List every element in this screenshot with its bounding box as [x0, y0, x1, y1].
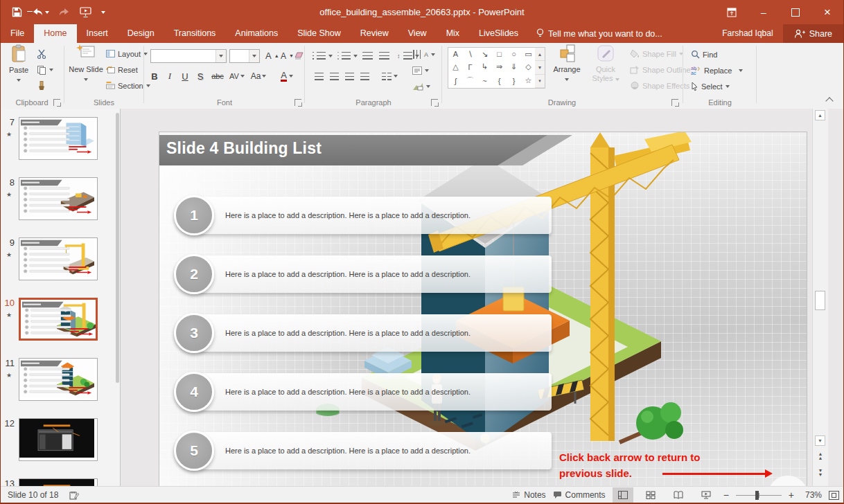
shape-glyph[interactable]: {: [492, 73, 507, 88]
slide-thumbnail-7[interactable]: 7 ★: [1, 117, 120, 165]
tell-me-box[interactable]: Tell me what you want to do...: [528, 24, 671, 43]
shape-glyph[interactable]: }: [507, 73, 521, 88]
scroll-down-button[interactable]: ▼: [815, 435, 825, 446]
bold-button[interactable]: B: [148, 69, 161, 84]
shape-glyph[interactable]: ~: [477, 73, 492, 88]
increase-indent-button[interactable]: [379, 48, 389, 63]
tab-animations[interactable]: Animations: [225, 24, 288, 43]
arrange-dropdown-icon[interactable]: [565, 78, 569, 81]
numbering-button[interactable]: [337, 48, 358, 63]
current-slide[interactable]: Slide 4 Building List 1 Here is a place …: [159, 132, 807, 487]
user-name[interactable]: Farshad Iqbal: [712, 24, 782, 43]
underline-button[interactable]: U: [178, 69, 192, 84]
item-description[interactable]: Here is a place to add a description. He…: [225, 314, 543, 352]
font-name-combobox[interactable]: [150, 49, 227, 63]
zoom-level[interactable]: 73%: [801, 490, 822, 500]
comments-toggle[interactable]: Comments: [553, 490, 606, 500]
find-button[interactable]: Find: [691, 47, 717, 62]
shrink-font-button[interactable]: A▼: [281, 48, 294, 63]
thumbnail-preview[interactable]: [19, 177, 98, 220]
collapse-ribbon-button[interactable]: [824, 95, 835, 105]
list-item[interactable]: 3 Here is a place to add a description. …: [175, 314, 552, 352]
list-item[interactable]: 5 Here is a place to add a description. …: [175, 432, 552, 469]
thumbnail-preview[interactable]: [19, 117, 98, 160]
font-dialog-launcher[interactable]: [294, 99, 301, 106]
slide-title[interactable]: Slide 4 Building List: [166, 139, 322, 158]
thumbnail-preview[interactable]: [19, 237, 98, 280]
normal-view-button[interactable]: [613, 487, 633, 503]
format-painter-button[interactable]: [37, 78, 46, 93]
font-size-combobox[interactable]: [229, 49, 260, 63]
scrollbar-thumb[interactable]: [815, 291, 825, 310]
notes-pen-icon[interactable]: [69, 491, 79, 500]
tab-home[interactable]: Home: [34, 24, 76, 43]
shape-glyph[interactable]: ⇒: [492, 61, 507, 74]
slide-indicator[interactable]: Slide 10 of 18: [8, 490, 58, 500]
text-direction-button[interactable]: A: [412, 47, 435, 62]
thumbnail-preview[interactable]: [19, 358, 98, 401]
select-button[interactable]: Select: [691, 79, 730, 93]
convert-smartart-button[interactable]: [412, 79, 430, 93]
bullets-button[interactable]: [313, 48, 333, 63]
tab-view[interactable]: View: [398, 24, 437, 43]
tab-liveslides[interactable]: LiveSlides: [469, 24, 528, 43]
next-slide-button[interactable]: ▼▼: [816, 466, 825, 478]
slide-sorter-view-button[interactable]: [640, 487, 661, 503]
shape-gallery-scrollbar[interactable]: ▲ ▼ ▾: [535, 47, 545, 89]
vertical-scrollbar[interactable]: ▲ ▼ ▲▲ ▼▼: [812, 109, 828, 486]
scroll-up-button[interactable]: ▲: [815, 110, 825, 120]
italic-button[interactable]: I: [163, 69, 177, 84]
slide-thumbnail-10[interactable]: 10 ★: [1, 298, 120, 346]
tab-transitions[interactable]: Transitions: [164, 24, 226, 43]
reading-view-button[interactable]: [668, 487, 689, 503]
minimize-button[interactable]: –: [748, 0, 780, 24]
tab-design[interactable]: Design: [118, 24, 164, 43]
slide-thumbnail-9[interactable]: 9 ★: [1, 237, 120, 286]
character-spacing-button[interactable]: AV: [228, 69, 246, 84]
slide-thumbnail-12[interactable]: 12: [1, 418, 120, 467]
shape-glyph[interactable]: ☆: [521, 73, 536, 88]
item-description[interactable]: Here is a place to add a description. He…: [225, 432, 543, 469]
thumbnail-preview[interactable]: [19, 478, 98, 486]
decrease-indent-button[interactable]: [362, 48, 373, 63]
tab-review[interactable]: Review: [351, 24, 398, 43]
clear-formatting-button[interactable]: [294, 48, 304, 63]
clipboard-dialog-launcher[interactable]: [53, 99, 60, 106]
grow-font-button[interactable]: A▲: [265, 48, 279, 63]
maximize-button[interactable]: [780, 0, 811, 24]
shape-glyph[interactable]: Γ: [463, 61, 477, 74]
copy-button[interactable]: [37, 62, 53, 77]
slide-thumbnail-8[interactable]: 8 ★: [1, 177, 120, 226]
align-center-button[interactable]: [328, 69, 340, 84]
replace-button[interactable]: abac Replace: [691, 63, 743, 78]
zoom-slider-thumb[interactable]: [755, 491, 759, 500]
tab-mix[interactable]: Mix: [437, 24, 469, 43]
tab-insert[interactable]: Insert: [77, 24, 118, 43]
text-shadow-button[interactable]: S: [193, 69, 207, 84]
tab-file[interactable]: File: [1, 24, 34, 43]
slide-thumbnail-13[interactable]: 13: [1, 478, 120, 486]
item-description[interactable]: Here is a place to add a description. He…: [225, 255, 543, 293]
shape-glyph[interactable]: ↳: [477, 61, 492, 74]
thumbnail-preview[interactable]: [19, 298, 98, 341]
tab-slide-show[interactable]: Slide Show: [288, 24, 351, 43]
shape-glyph[interactable]: △: [448, 61, 463, 74]
paste-button[interactable]: Paste: [5, 44, 33, 97]
strikethrough-button[interactable]: abc: [209, 69, 227, 84]
slideshow-view-button[interactable]: [696, 487, 716, 503]
zoom-slider[interactable]: [736, 495, 782, 496]
list-item[interactable]: 4 Here is a place to add a description. …: [175, 373, 552, 411]
shape-glyph[interactable]: A: [448, 48, 463, 61]
align-right-button[interactable]: [343, 69, 355, 84]
paragraph-dialog-launcher[interactable]: [431, 99, 438, 106]
notes-toggle[interactable]: Notes: [512, 490, 545, 500]
close-button[interactable]: ×: [811, 0, 843, 24]
fit-slide-to-window-button[interactable]: [829, 491, 839, 500]
shape-glyph[interactable]: ↘: [477, 48, 492, 61]
slide-thumbnail-11[interactable]: 11 ★: [1, 358, 120, 406]
zoom-in-button[interactable]: +: [789, 489, 794, 501]
shape-glyph[interactable]: ʃ: [448, 73, 463, 88]
shape-glyph[interactable]: ○: [507, 48, 521, 61]
cut-button[interactable]: [37, 46, 46, 61]
justify-button[interactable]: [358, 69, 371, 84]
